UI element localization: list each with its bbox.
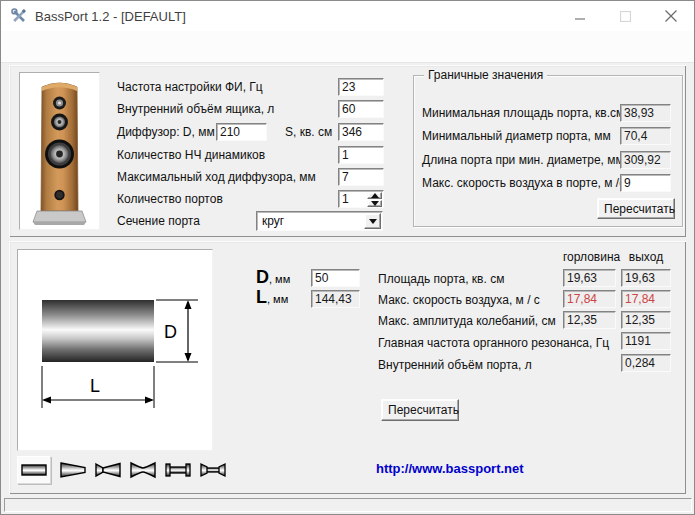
throat-column-header: горловина [563,248,616,266]
port-shape-flanged-tube-button[interactable] [161,456,195,484]
chevron-up-icon [371,193,379,198]
maximize-icon [620,11,631,22]
results-recalculate-button[interactable]: Пересчитать [381,399,459,421]
maximize-button[interactable] [603,1,648,31]
tuning-frequency-input[interactable] [338,78,384,96]
d-mm-label: D, мм [256,267,290,288]
close-icon [665,10,677,22]
diagram-l-label: L [90,376,100,396]
exit-column-header: выход [621,248,671,266]
chevron-down-icon [369,219,377,224]
diffuser-diameter-label: Диффузор: D, мм [117,123,215,141]
horn-icon [93,460,123,480]
max-air-speed-input[interactable] [620,174,671,192]
max-excursion-input[interactable] [338,168,384,186]
chevron-down-icon [371,201,379,206]
l-mm-value [311,290,360,308]
port-shape-straight-tube-button[interactable] [17,456,51,484]
spin-down-button[interactable] [367,200,382,207]
cone-icon [58,460,88,480]
window-title: BassPort 1.2 - [DEFAULT] [35,9,186,24]
port-shape-double-flanged-button[interactable] [196,456,230,484]
diagram-d-label: D [164,322,177,342]
limits-title: Граничные значения [424,68,547,82]
min-port-area-value [620,104,671,122]
port-section-value: круг [262,214,284,228]
minimize-icon [575,11,586,22]
min-port-diameter-label: Минимальный диаметр порта, мм [422,127,611,145]
port-length-min-diameter-value [620,151,671,169]
diffuser-area-input[interactable] [338,123,384,141]
l-mm-label: L, мм [256,287,288,308]
organ-resonance-label: Главная частота органного резонанса, Гц [378,334,609,352]
diffuser-diameter-input[interactable] [216,123,267,141]
min-port-diameter-value [620,127,671,145]
max-air-velocity-label: Макс. скорость воздуха, м / с [378,291,540,309]
status-bar [4,498,692,512]
port-shape-horn-button[interactable] [91,456,125,484]
bassport-url-link[interactable]: http://www.bassport.net [376,461,524,476]
port-volume-label: Внутренний объём порта, л [378,356,532,374]
input-panel: Частота настройки ФИ, Гц Внутренний объё… [9,65,686,237]
port-area-exit-value [621,269,671,287]
speaker-image [19,72,100,230]
box-volume-input[interactable] [338,100,384,118]
max-air-speed-label: Макс. скорость воздуха в порте, м /с [422,174,625,192]
max-amplitude-throat-value [563,311,616,329]
titlebar: BassPort 1.2 - [DEFAULT] [1,1,694,31]
bassport-window: BassPort 1.2 - [DEFAULT] [0,0,695,515]
double-flanged-icon [198,460,228,480]
port-area-throat-value [563,269,616,287]
port-count-stepper [338,190,384,208]
flanged-tube-icon [163,460,193,480]
spin-up-button[interactable] [367,192,382,199]
tuning-frequency-label: Частота настройки ФИ, Гц [117,78,263,96]
port-area-label: Площадь порта, кв. см [378,270,504,288]
woofer-count-label: Количество НЧ динамиков [117,146,265,164]
port-count-label: Количество портов [117,190,223,208]
woofer-count-input[interactable] [338,146,384,164]
close-button[interactable] [648,1,693,31]
minimize-button[interactable] [558,1,603,31]
combo-dropdown-button[interactable] [364,213,381,229]
port-shape-double-flare-button[interactable] [126,456,160,484]
max-air-velocity-exit-value [621,290,671,308]
straight-tube-icon [19,460,49,480]
port-section-label: Сечение порта [117,212,200,230]
d-mm-input[interactable] [311,269,360,287]
max-amplitude-exit-value [621,311,671,329]
app-tools-icon [11,8,27,24]
max-amplitude-label: Макс. амплитуда колебаний, см [378,312,556,330]
organ-resonance-value [621,332,671,350]
port-volume-value [621,354,671,372]
max-excursion-label: Максимальный ход диффузора, мм [117,168,316,186]
port-shape-cone-button[interactable] [56,456,90,484]
port-diagram: D L [17,249,213,451]
diffuser-area-label: S, кв. см [285,123,332,141]
results-panel: D L D, мм L, мм горловина выход Площадь … [9,241,686,494]
toolbar: Скорость звука, м /с Нажми Car Audio ? [1,31,694,63]
max-air-velocity-throat-value [563,290,616,308]
port-length-min-diameter-label: Длина порта при мин. диаметре, мм [422,151,624,169]
limits-recalculate-button[interactable]: Пересчитать [597,198,675,219]
min-port-area-label: Минимальная площадь порта, кв.см [422,104,624,122]
limits-groupbox: Граничные значения Минимальная площадь п… [413,75,683,227]
double-flare-icon [128,460,158,480]
port-section-select[interactable]: круг [256,211,383,231]
box-volume-label: Внутренний объём ящика, л [117,100,274,118]
